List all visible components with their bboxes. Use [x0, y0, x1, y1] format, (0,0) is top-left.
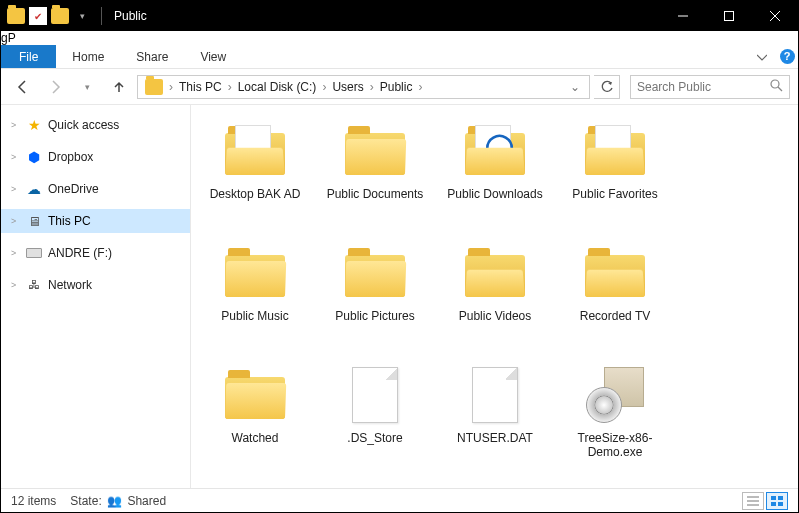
tab-share[interactable]: Share [120, 45, 184, 68]
ribbon: File Home Share View ? [1, 45, 798, 69]
folder-icon: ◯ [465, 127, 525, 175]
file-item[interactable]: Public Pictures [315, 237, 435, 359]
expand-arrow-icon[interactable]: > [11, 216, 23, 226]
recent-dropdown-icon[interactable]: ▾ [73, 73, 101, 101]
folder-icon [345, 127, 405, 175]
item-label: Public Downloads [440, 187, 550, 201]
chevron-right-icon[interactable]: › [226, 80, 234, 94]
folder-icon [225, 249, 285, 297]
breadcrumb[interactable]: This PC [175, 80, 226, 94]
file-icon [472, 367, 518, 423]
back-button[interactable] [9, 73, 37, 101]
address-dropdown-icon[interactable]: ⌄ [564, 80, 586, 94]
file-item[interactable]: TreeSize-x86-Demo.exe [555, 359, 675, 481]
file-item[interactable]: .DS_Store [315, 359, 435, 481]
tab-home[interactable]: Home [56, 45, 120, 68]
svg-rect-1 [725, 12, 734, 21]
expand-arrow-icon[interactable]: > [11, 280, 23, 290]
forward-button[interactable] [41, 73, 69, 101]
item-label: .DS_Store [320, 431, 430, 445]
item-label: Public Favorites [560, 187, 670, 201]
breadcrumb[interactable]: Local Disk (C:) [234, 80, 321, 94]
folder-icon [145, 79, 163, 95]
ribbon-expand-icon[interactable] [748, 45, 776, 68]
maximize-button[interactable] [706, 1, 752, 31]
item-label: TreeSize-x86-Demo.exe [560, 431, 670, 459]
expand-arrow-icon[interactable]: > [11, 120, 23, 130]
details-view-icon[interactable] [742, 492, 764, 510]
file-item[interactable]: NTUSER.DAT [435, 359, 555, 481]
file-item[interactable]: ◯Public Downloads [435, 115, 555, 237]
help-button[interactable]: ? [776, 45, 798, 68]
file-tab[interactable]: File [1, 45, 56, 68]
monitor-icon: 🖥 [25, 214, 43, 229]
chevron-right-icon[interactable]: › [368, 80, 376, 94]
dropbox-icon: ⬢ [25, 149, 43, 165]
drive-icon [25, 248, 43, 258]
search-input[interactable]: Search Public [630, 75, 790, 99]
folder-icon [345, 249, 405, 297]
refresh-button[interactable] [594, 75, 620, 99]
qat-dropdown-icon[interactable]: ▾ [73, 7, 91, 25]
qat-newfolder-icon[interactable] [51, 7, 69, 25]
item-count: 12 items [11, 494, 56, 508]
sidebar-item-this-pc[interactable]: >🖥This PC [1, 209, 190, 233]
sidebar-item-label: Quick access [45, 118, 119, 132]
state-info: State: 👥 Shared [70, 494, 166, 508]
chevron-right-icon[interactable]: › [416, 80, 424, 94]
expand-arrow-icon[interactable]: > [11, 248, 23, 258]
installer-icon [586, 367, 644, 423]
status-bar: 12 items State: 👥 Shared [1, 488, 798, 512]
chevron-right-icon[interactable]: › [320, 80, 328, 94]
up-button[interactable] [105, 73, 133, 101]
sidebar-item-network[interactable]: >🖧Network [1, 273, 190, 297]
cloud-icon: ☁ [25, 181, 43, 197]
item-label: Desktop BAK AD [200, 187, 310, 201]
minimize-button[interactable] [660, 1, 706, 31]
address-bar[interactable]: › This PC › Local Disk (C:) › Users › Pu… [137, 75, 590, 99]
svg-rect-12 [778, 502, 783, 506]
sidebar-item-andre-f-[interactable]: >ANDRE (F:) [1, 241, 190, 265]
search-placeholder: Search Public [637, 80, 770, 94]
titlebar[interactable]: ✔ ▾ Public [1, 1, 798, 31]
sidebar-item-label: OneDrive [45, 182, 99, 196]
svg-rect-9 [771, 496, 776, 500]
breadcrumb[interactable]: Users [328, 80, 367, 94]
svg-point-4 [771, 80, 779, 88]
folder-icon [585, 127, 645, 175]
file-item[interactable]: Public Videos [435, 237, 555, 359]
search-icon [770, 79, 783, 95]
sidebar-item-label: Dropbox [45, 150, 93, 164]
file-item[interactable]: Watched [195, 359, 315, 481]
sidebar-item-quick-access[interactable]: >★Quick access [1, 113, 190, 137]
expand-arrow-icon[interactable]: > [11, 184, 23, 194]
star-icon: ★ [25, 117, 43, 133]
item-label: Watched [200, 431, 310, 445]
sidebar-item-label: This PC [45, 214, 91, 228]
qat-properties-icon[interactable]: ✔ [29, 7, 47, 25]
close-button[interactable] [752, 1, 798, 31]
watermark: gP [1, 31, 798, 45]
item-label: Public Videos [440, 309, 550, 323]
content-pane[interactable]: Desktop BAK ADPublic Documents◯Public Do… [191, 105, 798, 488]
file-item[interactable]: Recorded TV [555, 237, 675, 359]
file-item[interactable]: Desktop BAK AD [195, 115, 315, 237]
network-icon: 🖧 [25, 278, 43, 292]
chevron-right-icon[interactable]: › [167, 80, 175, 94]
item-label: Public Music [200, 309, 310, 323]
large-icons-view-icon[interactable] [766, 492, 788, 510]
item-label: NTUSER.DAT [440, 431, 550, 445]
file-item[interactable]: Public Documents [315, 115, 435, 237]
sidebar-item-onedrive[interactable]: >☁OneDrive [1, 177, 190, 201]
file-item[interactable]: Public Favorites [555, 115, 675, 237]
sidebar-item-dropbox[interactable]: >⬢Dropbox [1, 145, 190, 169]
svg-rect-10 [778, 496, 783, 500]
svg-rect-11 [771, 502, 776, 506]
folder-icon [225, 127, 285, 175]
file-icon [352, 367, 398, 423]
tab-view[interactable]: View [184, 45, 242, 68]
expand-arrow-icon[interactable]: > [11, 152, 23, 162]
item-label: Recorded TV [560, 309, 670, 323]
breadcrumb[interactable]: Public [376, 80, 417, 94]
file-item[interactable]: Public Music [195, 237, 315, 359]
